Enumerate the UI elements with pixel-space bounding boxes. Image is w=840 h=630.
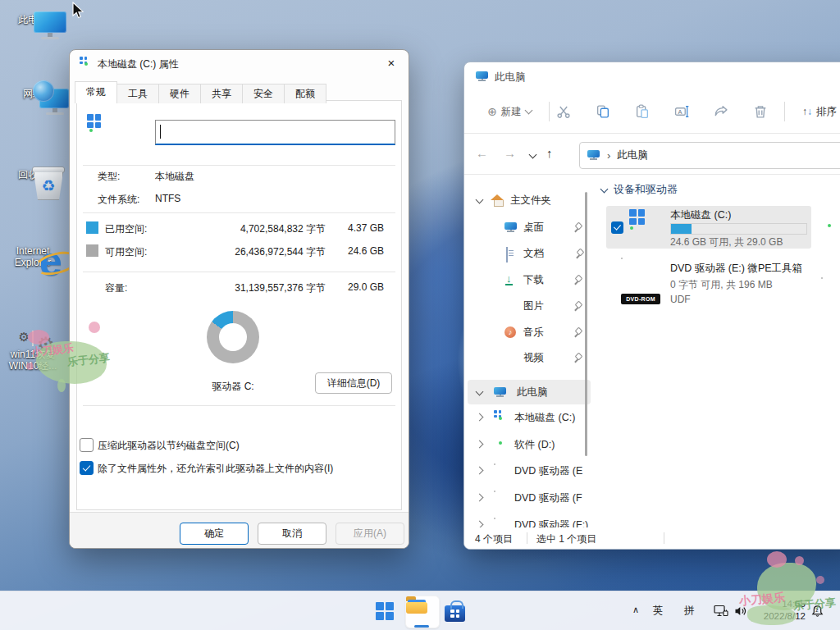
sidebar-item-videos[interactable]: 视频: [468, 345, 591, 370]
chevron-right-icon[interactable]: [476, 413, 484, 422]
file-item-dvd-e[interactable]: DVD-ROM DVD 驱动器 (E:) 微PE工具箱 0 字节 可用, 共 1…: [606, 257, 811, 308]
group-chevron-icon[interactable]: [600, 185, 609, 194]
tab-general[interactable]: 常规: [75, 81, 117, 103]
desktop-icon-internet-explorer[interactable]: e Internet Explorer: [5, 243, 61, 268]
desktop-icon-win11-restore[interactable]: ⚙⚙ win11恢复WIN10经...: [5, 331, 61, 372]
hidden-icons-chevron[interactable]: ∧: [632, 605, 639, 615]
sort-button[interactable]: ↑ ↓ 排序: [791, 100, 840, 123]
delete-button[interactable]: [747, 100, 774, 123]
dialog-title: 本地磁盘 (C:) 属性: [98, 57, 179, 71]
sidebar-item-pictures[interactable]: 图片: [468, 294, 591, 318]
ok-button[interactable]: 确定: [180, 523, 249, 545]
sidebar-item-label: 图片: [523, 299, 544, 313]
tab-security[interactable]: 安全: [243, 84, 285, 103]
sidebar-item-downloads[interactable]: ↓ 下载: [468, 267, 591, 292]
back-button[interactable]: ←: [476, 146, 488, 160]
divider: [83, 272, 395, 272]
copy-button[interactable]: [590, 100, 616, 123]
details-button[interactable]: 详细信息(D): [315, 372, 392, 394]
chevron-right-icon[interactable]: [476, 494, 484, 502]
volume-icon[interactable]: [734, 605, 747, 620]
history-chevron-icon[interactable]: [529, 151, 537, 159]
selection-checkbox[interactable]: [611, 221, 623, 234]
music-icon: ♪: [504, 326, 516, 338]
sidebar-scrollbar[interactable]: [585, 192, 587, 456]
desktop-icon-this-pc[interactable]: 此电脑: [5, 11, 61, 25]
gears-icon: ⚙⚙: [32, 331, 34, 346]
chevron-right-icon[interactable]: [476, 467, 484, 475]
notification-bell-icon[interactable]: z: [810, 605, 824, 621]
toolbar-divider: [784, 102, 785, 121]
sidebar-item-home[interactable]: 主文件夹: [468, 188, 591, 212]
status-divider: [527, 532, 527, 544]
cut-button[interactable]: [550, 100, 577, 123]
tab-tools[interactable]: 工具: [117, 84, 159, 103]
sidebar-item-label: 文档: [523, 247, 544, 261]
chevron-down-icon[interactable]: [476, 388, 484, 396]
sidebar-item-documents[interactable]: 文档: [468, 241, 591, 266]
status-bar: 4 个项目 选中 1 个项目: [464, 527, 840, 549]
close-icon[interactable]: ×: [382, 55, 400, 71]
paste-button[interactable]: [629, 100, 655, 123]
tab-hardware[interactable]: 硬件: [159, 84, 201, 103]
free-space-swatch: [86, 244, 98, 257]
chevron-right-icon[interactable]: [476, 441, 484, 449]
address-bar[interactable]: › 此电脑: [579, 142, 840, 169]
free-space-bytes: 26,436,972,544 字节: [155, 245, 326, 259]
text-caret: [160, 125, 161, 139]
sidebar-item-drive-c[interactable]: 本地磁盘 (C:): [468, 405, 591, 430]
index-checkbox[interactable]: [80, 461, 94, 475]
ime-mode-indicator[interactable]: 拼: [684, 604, 695, 618]
new-button-label: 新建: [501, 105, 522, 119]
mouse-cursor: [72, 2, 85, 23]
sidebar-item-this-pc[interactable]: 此电脑: [468, 380, 591, 404]
dvd-rom-badge: DVD-ROM: [621, 294, 660, 304]
sidebar-item-drive-d[interactable]: 软件 (D:): [468, 432, 591, 457]
recycle-glyph: ♻: [41, 178, 55, 194]
start-button[interactable]: [376, 602, 394, 620]
file-explorer-window: 此电脑 ⊕ 新建 A ↑ ↓ 排序: [463, 62, 840, 550]
volume-label-input[interactable]: [155, 120, 395, 145]
sidebar-item-dvd-f[interactable]: DVD 驱动器 (F: [468, 486, 591, 510]
filesystem-value: NTFS: [155, 193, 180, 204]
dialog-drive-icon: [80, 57, 94, 70]
sidebar-item-dvd-e[interactable]: DVD 驱动器 (E: [468, 459, 591, 483]
svg-text:z: z: [815, 607, 818, 613]
chevron-down-icon[interactable]: [476, 196, 484, 204]
used-space-bytes: 4,702,584,832 字节: [155, 222, 326, 236]
apply-button[interactable]: 应用(A): [336, 523, 404, 545]
forward-button[interactable]: →: [504, 146, 516, 160]
gear-icon: ⚙: [19, 330, 30, 345]
desktop-icon-network[interactable]: 网络: [5, 85, 61, 99]
network-icon[interactable]: [714, 605, 728, 621]
taskbar-file-explorer[interactable]: [405, 596, 440, 628]
tray-date: 2022/8/12: [764, 611, 806, 621]
rename-icon: A: [674, 104, 689, 119]
windows-logo-icon: [87, 114, 101, 128]
taskbar-microsoft-store[interactable]: [445, 605, 465, 622]
sidebar-item-music[interactable]: ♪ 音乐: [468, 320, 591, 345]
chevron-right-icon[interactable]: [476, 521, 484, 527]
index-checkbox-label: 除了文件属性外，还允许索引此驱动器上文件的内容(I): [98, 462, 333, 476]
up-button[interactable]: ↑: [546, 146, 553, 160]
file-item-drive-c[interactable]: 本地磁盘 (C:) 24.6 GB 可用, 共 29.0 GB: [606, 206, 811, 249]
selected-count: 选中 1 个项目: [536, 532, 596, 546]
cancel-button[interactable]: 取消: [258, 523, 326, 545]
share-button[interactable]: [708, 100, 734, 123]
sidebar-item-desktop[interactable]: 桌面: [468, 215, 591, 240]
sidebar-item-dvd-f2[interactable]: DVD 驱动器 (F:): [468, 513, 591, 527]
new-button[interactable]: ⊕ 新建: [477, 100, 541, 123]
rename-button[interactable]: A: [669, 100, 695, 123]
share-icon: [714, 104, 728, 119]
ime-language-indicator[interactable]: 英: [653, 604, 664, 618]
taskbar-clock[interactable]: 14:55 2022/8/12: [755, 598, 806, 623]
gear-icon: ⚙: [37, 333, 55, 356]
tab-quota[interactable]: 配额: [285, 84, 326, 103]
free-space-size: 24.6 GB: [329, 245, 384, 257]
desktop-icon-recycle-bin[interactable]: ♻ 回收站: [5, 167, 61, 180]
breadcrumb-this-pc[interactable]: 此电脑: [617, 148, 648, 162]
tab-sharing[interactable]: 共享: [201, 84, 243, 103]
taskbar: ∧ 英 拼 14:55 2022/8/12 z: [0, 591, 840, 630]
compress-checkbox[interactable]: [80, 438, 94, 452]
sidebar-item-label: 主文件夹: [510, 194, 551, 208]
